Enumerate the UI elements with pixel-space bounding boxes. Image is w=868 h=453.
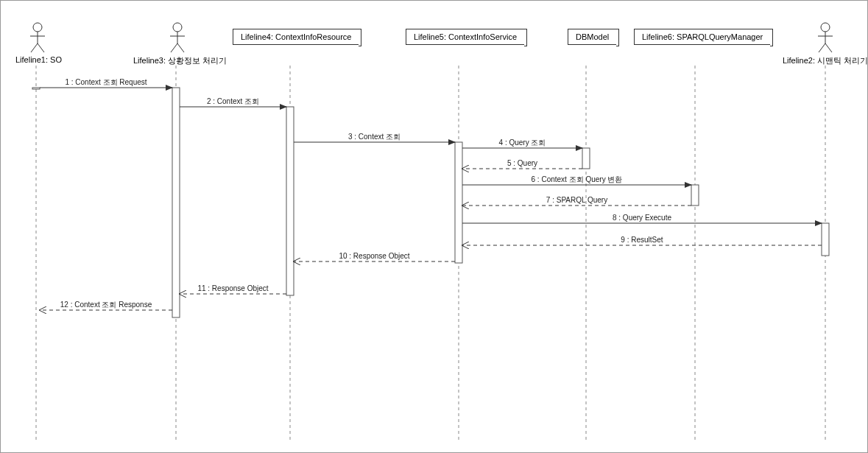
object-head: Lifeline5: ContextInfoService <box>406 29 525 45</box>
lifeline-context-processor: Lifeline3: 상황정보 처리기 <box>133 21 222 66</box>
svg-text:10 : Response Object: 10 : Response Object <box>339 252 409 260</box>
lifeline-so: Lifeline1: SO <box>15 21 60 64</box>
svg-rect-27 <box>691 185 699 206</box>
sequence-diagram: Lifeline1: SO Lifeline3: 상황정보 처리기 Lifeli… <box>0 0 868 453</box>
actor-icon <box>168 21 187 54</box>
svg-text:7 : SPARQL Query: 7 : SPARQL Query <box>546 196 607 204</box>
svg-line-4 <box>38 43 44 52</box>
svg-text:2 : Context 조회: 2 : Context 조회 <box>207 97 259 105</box>
svg-line-8 <box>171 43 177 52</box>
svg-line-13 <box>819 43 825 52</box>
svg-line-3 <box>31 43 38 52</box>
lifeline-dbmodel: DBModel <box>568 29 617 45</box>
svg-text:4 : Query 조회: 4 : Query 조회 <box>499 138 546 147</box>
svg-text:3 : Context 조회: 3 : Context 조회 <box>348 133 401 141</box>
svg-rect-26 <box>582 148 590 169</box>
actor-icon <box>28 21 47 54</box>
svg-text:5 : Query: 5 : Query <box>507 159 537 167</box>
svg-text:1 : Context 조회 Request: 1 : Context 조회 Request <box>65 78 147 86</box>
svg-line-14 <box>825 43 832 52</box>
svg-text:12 : Context 조회 Response: 12 : Context 조회 Response <box>60 301 152 309</box>
svg-point-0 <box>33 23 42 32</box>
lifeline-sparqlquerymanager: Lifeline6: SPARQLQueryManager <box>634 29 771 45</box>
object-head: Lifeline6: SPARQLQueryManager <box>634 29 771 45</box>
lifeline-contextinforesource: Lifeline4: ContextInfoResource <box>233 29 359 45</box>
svg-text:9 : ResultSet: 9 : ResultSet <box>621 236 663 244</box>
svg-rect-28 <box>822 223 829 256</box>
svg-text:8 : Query Execute: 8 : Query Execute <box>613 214 671 222</box>
svg-rect-25 <box>455 142 462 263</box>
object-head: DBModel <box>568 29 617 45</box>
svg-text:11 : Response Object: 11 : Response Object <box>197 284 268 292</box>
lifeline-label: Lifeline1: SO <box>15 55 60 64</box>
lifeline-label: Lifeline3: 상황정보 처리기 <box>133 55 222 66</box>
svg-rect-23 <box>172 88 180 317</box>
lifeline-label: Lifeline2: 시맨틱 처리기 <box>781 55 868 66</box>
lifeline-semantic-processor: Lifeline2: 시맨틱 처리기 <box>781 21 868 66</box>
lifeline-contextinfoservice: Lifeline5: ContextInfoService <box>406 29 525 45</box>
actor-icon <box>816 21 835 54</box>
svg-rect-24 <box>286 107 294 295</box>
svg-text:6 : Context 조회 Query 변환: 6 : Context 조회 Query 변환 <box>532 175 623 183</box>
svg-rect-22 <box>32 88 40 89</box>
svg-point-5 <box>173 23 182 32</box>
diagram-svg: 1 : Context 조회 Request2 : Context 조회3 : … <box>1 1 868 453</box>
svg-point-10 <box>821 23 830 32</box>
svg-line-9 <box>177 43 184 52</box>
object-head: Lifeline4: ContextInfoResource <box>233 29 359 45</box>
